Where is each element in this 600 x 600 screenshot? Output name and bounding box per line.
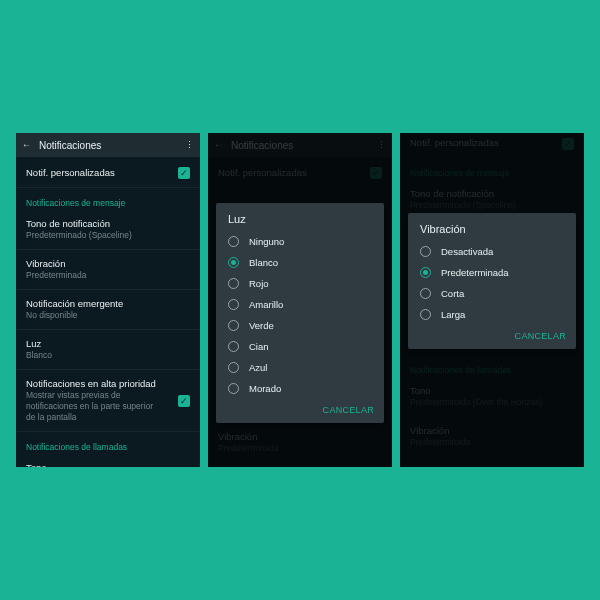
section-call: Notificaciones de llamadas <box>16 434 200 456</box>
option-label: Corta <box>441 288 464 299</box>
radio-option[interactable]: Rojo <box>216 273 384 294</box>
radio-icon <box>228 257 239 268</box>
light-dialog: Luz NingunoBlancoRojoAmarilloVerdeCianAz… <box>216 203 384 423</box>
radio-icon <box>228 383 239 394</box>
dialog-actions: CANCELAR <box>216 399 384 419</box>
back-icon[interactable]: ← <box>22 140 31 150</box>
label: Notificaciones en alta prioridad <box>26 378 190 390</box>
dialog-actions: CANCELAR <box>408 325 576 345</box>
radio-icon <box>228 236 239 247</box>
value: Predeterminada <box>26 270 190 281</box>
options-list: DesactivadaPredeterminadaCortaLarga <box>408 241 576 325</box>
radio-option[interactable]: Larga <box>408 304 576 325</box>
custom-notif-row[interactable]: Notif. personalizadas ✓ <box>16 161 200 185</box>
label: Notificación emergente <box>26 298 190 310</box>
toolbar-title: Notificaciones <box>39 140 177 151</box>
radio-icon <box>228 278 239 289</box>
option-label: Rojo <box>249 278 269 289</box>
value: Blanco <box>26 350 190 361</box>
radio-icon <box>228 299 239 310</box>
dialog-title: Luz <box>216 213 384 231</box>
divider <box>16 249 200 250</box>
radio-option[interactable]: Amarillo <box>216 294 384 315</box>
option-label: Predeterminada <box>441 267 509 278</box>
label: Tono <box>26 462 190 467</box>
radio-icon <box>420 267 431 278</box>
option-label: Amarillo <box>249 299 283 310</box>
value: Mostrar vistas previas de notificaciones… <box>26 390 156 423</box>
vibration-row[interactable]: Vibración Predeterminada <box>16 252 200 287</box>
screenshot-panel-3: Notif. personalizadas ✓ Notificaciones d… <box>400 133 584 467</box>
light-row[interactable]: Luz Blanco <box>16 332 200 367</box>
option-label: Azul <box>249 362 267 373</box>
option-label: Morado <box>249 383 281 394</box>
label: Tono de notificación <box>26 218 190 230</box>
checkbox-icon[interactable]: ✓ <box>178 167 190 179</box>
divider <box>16 431 200 432</box>
radio-option[interactable]: Cian <box>216 336 384 357</box>
more-icon[interactable]: ⋮ <box>185 140 194 150</box>
cancel-button[interactable]: CANCELAR <box>323 405 374 415</box>
option-label: Ninguno <box>249 236 284 247</box>
options-list: NingunoBlancoRojoAmarilloVerdeCianAzulMo… <box>216 231 384 399</box>
radio-option[interactable]: Desactivada <box>408 241 576 262</box>
option-label: Verde <box>249 320 274 331</box>
radio-icon <box>420 309 431 320</box>
radio-option[interactable]: Blanco <box>216 252 384 273</box>
radio-option[interactable]: Ninguno <box>216 231 384 252</box>
value: No disponible <box>26 310 190 321</box>
value: Predeterminado (Spaceline) <box>26 230 190 241</box>
radio-icon <box>228 362 239 373</box>
divider <box>16 187 200 188</box>
radio-icon <box>228 320 239 331</box>
option-label: Desactivada <box>441 246 493 257</box>
option-label: Larga <box>441 309 465 320</box>
divider <box>16 289 200 290</box>
toolbar: ← Notificaciones ⋮ <box>16 133 200 157</box>
popup-row[interactable]: Notificación emergente No disponible <box>16 292 200 327</box>
notif-tone-row[interactable]: Tono de notificación Predeterminado (Spa… <box>16 212 200 247</box>
option-label: Blanco <box>249 257 278 268</box>
screenshot-panel-2: ← Notificaciones ⋮ Notif. personalizadas… <box>208 133 392 467</box>
divider <box>16 369 200 370</box>
screenshot-panel-1: ← Notificaciones ⋮ Notif. personalizadas… <box>16 133 200 467</box>
radio-option[interactable]: Corta <box>408 283 576 304</box>
call-tone-row[interactable]: Tono Predeterminado (Over the Horizon) <box>16 456 200 467</box>
divider <box>16 329 200 330</box>
radio-icon <box>420 288 431 299</box>
radio-option[interactable]: Verde <box>216 315 384 336</box>
radio-icon <box>228 341 239 352</box>
cancel-button[interactable]: CANCELAR <box>515 331 566 341</box>
option-label: Cian <box>249 341 269 352</box>
settings-list: Notif. personalizadas ✓ Notificaciones d… <box>16 157 200 467</box>
vibration-dialog: Vibración DesactivadaPredeterminadaCorta… <box>408 213 576 349</box>
label: Vibración <box>26 258 190 270</box>
label: Luz <box>26 338 190 350</box>
label: Notif. personalizadas <box>26 167 190 179</box>
section-msg: Notificaciones de mensaje <box>16 190 200 212</box>
radio-icon <box>420 246 431 257</box>
radio-option[interactable]: Azul <box>216 357 384 378</box>
radio-option[interactable]: Morado <box>216 378 384 399</box>
checkbox-icon[interactable]: ✓ <box>178 395 190 407</box>
high-priority-row[interactable]: Notificaciones en alta prioridad Mostrar… <box>16 372 200 429</box>
dialog-title: Vibración <box>408 223 576 241</box>
radio-option[interactable]: Predeterminada <box>408 262 576 283</box>
